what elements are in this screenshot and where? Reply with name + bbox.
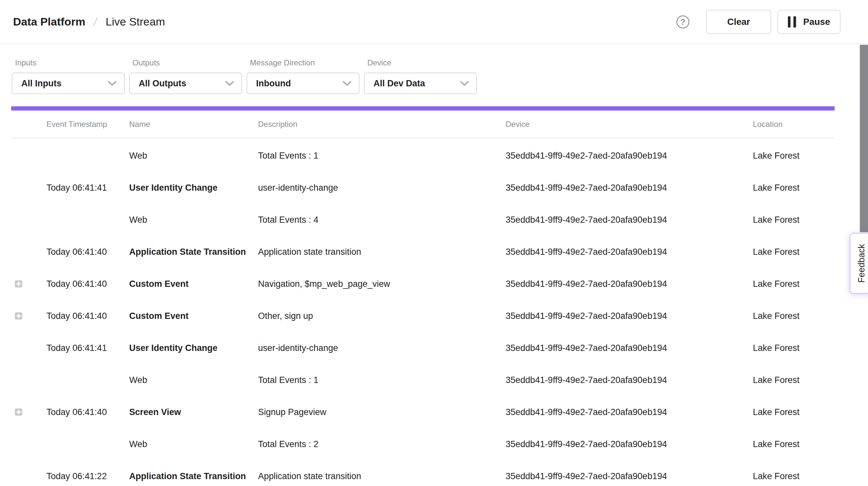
- device-cell: 35eddb41-9ff9-49e2-7aed-20afa90eb194: [506, 311, 667, 321]
- accent-divider: [11, 106, 835, 111]
- description-cell: user-identity-change: [258, 343, 338, 353]
- table-row[interactable]: Today 06:41:40 Application State Transit…: [0, 236, 868, 268]
- event-timestamp-cell: Today 06:41:41: [46, 343, 107, 353]
- expand-icon[interactable]: [15, 312, 22, 320]
- device-dropdown-value: All Dev Data: [373, 79, 425, 89]
- column-header-device: Device: [506, 120, 529, 129]
- event-timestamp-cell: Today 06:41:40: [46, 311, 107, 321]
- event-name-cell: Web: [129, 439, 147, 449]
- breadcrumb-live-stream: Live Stream: [106, 16, 165, 28]
- breadcrumb: Data Platform / Live Stream: [13, 15, 165, 29]
- device-cell: 35eddb41-9ff9-49e2-7aed-20afa90eb194: [506, 439, 667, 449]
- event-name-cell: Application State Transition: [129, 471, 246, 481]
- inputs-dropdown-value: All Inputs: [21, 79, 61, 89]
- feedback-tab[interactable]: Feedback: [850, 233, 868, 294]
- location-cell: Lake Forest: [753, 311, 800, 321]
- event-timestamp-cell: Today 06:41:40: [46, 247, 107, 257]
- device-cell: 35eddb41-9ff9-49e2-7aed-20afa90eb194: [506, 471, 667, 481]
- event-timestamp-cell: Today 06:41:40: [46, 407, 107, 417]
- inputs-dropdown[interactable]: All Inputs: [12, 72, 125, 94]
- location-cell: Lake Forest: [753, 247, 800, 257]
- location-cell: Lake Forest: [753, 279, 800, 289]
- event-timestamp-cell: Today 06:41:40: [46, 279, 107, 289]
- table-row[interactable]: Web Total Events : 2 35eddb41-9ff9-49e2-…: [0, 428, 868, 460]
- pause-button[interactable]: Pause: [777, 10, 840, 34]
- table-row[interactable]: Today 06:41:40 Screen View Signup Pagevi…: [0, 396, 868, 428]
- clear-button[interactable]: Clear: [706, 10, 771, 34]
- filter-outputs: Outputs All Outputs: [129, 58, 242, 94]
- event-name-cell: Screen View: [129, 407, 181, 417]
- description-cell: Signup Pageview: [258, 407, 327, 417]
- location-cell: Lake Forest: [753, 215, 800, 225]
- table-row[interactable]: Today 06:41:40 Custom Event Navigation, …: [0, 268, 868, 300]
- table-row[interactable]: Today 06:41:41 User Identity Change user…: [0, 172, 868, 204]
- table-body: Web Total Events : 1 35eddb41-9ff9-49e2-…: [0, 138, 868, 486]
- table-row[interactable]: Today 06:41:40 Custom Event Other, sign …: [0, 300, 868, 332]
- filter-inputs-label: Inputs: [12, 58, 125, 67]
- event-timestamp-cell: Today 06:41:41: [46, 183, 107, 193]
- filter-message-direction: Message Direction Inbound: [247, 58, 360, 94]
- topbar-actions: ? Clear Pause: [676, 10, 840, 34]
- description-cell: Navigation, $mp_web_page_view: [258, 279, 390, 289]
- filter-device: Device All Dev Data: [364, 58, 477, 94]
- device-cell: 35eddb41-9ff9-49e2-7aed-20afa90eb194: [506, 407, 667, 417]
- table-row[interactable]: Today 06:41:41 User Identity Change user…: [0, 332, 868, 364]
- chevron-down-icon: [460, 81, 469, 86]
- event-name-cell: Web: [129, 375, 147, 385]
- chevron-down-icon: [107, 81, 117, 86]
- location-cell: Lake Forest: [753, 407, 800, 417]
- event-name-cell: User Identity Change: [129, 343, 217, 353]
- message-direction-dropdown[interactable]: Inbound: [247, 72, 360, 94]
- device-cell: 35eddb41-9ff9-49e2-7aed-20afa90eb194: [506, 183, 667, 193]
- message-direction-dropdown-value: Inbound: [256, 79, 291, 89]
- filter-outputs-label: Outputs: [129, 58, 242, 67]
- column-header-event-timestamp: Event Timestamp: [46, 120, 107, 129]
- device-cell: 35eddb41-9ff9-49e2-7aed-20afa90eb194: [506, 375, 667, 385]
- breadcrumb-data-platform[interactable]: Data Platform: [13, 16, 85, 28]
- column-header-name: Name: [129, 120, 150, 129]
- table-row[interactable]: Web Total Events : 4 35eddb41-9ff9-49e2-…: [0, 204, 868, 236]
- pause-icon: [788, 17, 796, 28]
- description-cell: user-identity-change: [258, 183, 338, 193]
- table-row[interactable]: Web Total Events : 1 35eddb41-9ff9-49e2-…: [0, 140, 868, 172]
- description-cell: Total Events : 4: [258, 215, 318, 225]
- location-cell: Lake Forest: [753, 151, 800, 161]
- event-name-cell: Application State Transition: [129, 247, 246, 257]
- device-cell: 35eddb41-9ff9-49e2-7aed-20afa90eb194: [506, 343, 667, 353]
- top-bar: Data Platform / Live Stream ? Clear Paus…: [0, 0, 868, 44]
- filter-device-label: Device: [364, 58, 477, 67]
- event-name-cell: Custom Event: [129, 311, 189, 321]
- location-cell: Lake Forest: [753, 471, 800, 481]
- device-cell: 35eddb41-9ff9-49e2-7aed-20afa90eb194: [506, 215, 667, 225]
- device-cell: 35eddb41-9ff9-49e2-7aed-20afa90eb194: [506, 279, 667, 289]
- description-cell: Application state transition: [258, 247, 361, 257]
- outputs-dropdown[interactable]: All Outputs: [129, 72, 242, 94]
- chevron-down-icon: [225, 81, 234, 86]
- event-name-cell: Web: [129, 151, 147, 161]
- expand-icon[interactable]: [15, 408, 22, 416]
- pause-button-label: Pause: [803, 17, 830, 27]
- event-timestamp-cell: Today 06:41:22: [46, 471, 107, 481]
- description-cell: Total Events : 1: [258, 375, 318, 385]
- breadcrumb-separator: /: [93, 15, 98, 29]
- location-cell: Lake Forest: [753, 375, 800, 385]
- table-header-row: Event Timestamp Name Description Device …: [0, 111, 868, 138]
- table-row[interactable]: Today 06:41:22 Application State Transit…: [0, 460, 868, 486]
- device-cell: 35eddb41-9ff9-49e2-7aed-20afa90eb194: [506, 247, 667, 257]
- table-row[interactable]: Web Total Events : 1 35eddb41-9ff9-49e2-…: [0, 364, 868, 396]
- expand-icon[interactable]: [15, 280, 22, 287]
- column-header-description: Description: [258, 120, 297, 129]
- location-cell: Lake Forest: [753, 183, 800, 193]
- outputs-dropdown-value: All Outputs: [139, 79, 186, 89]
- help-icon[interactable]: ?: [676, 16, 689, 28]
- vertical-scrollbar-thumb[interactable]: [860, 45, 868, 232]
- event-name-cell: Custom Event: [129, 279, 189, 289]
- feedback-tab-label: Feedback: [855, 244, 867, 283]
- device-cell: 35eddb41-9ff9-49e2-7aed-20afa90eb194: [506, 151, 667, 161]
- location-cell: Lake Forest: [753, 343, 800, 353]
- device-dropdown[interactable]: All Dev Data: [364, 72, 477, 94]
- live-stream-table: Event Timestamp Name Description Device …: [0, 111, 868, 486]
- column-header-location: Location: [753, 120, 783, 129]
- filter-message-direction-label: Message Direction: [247, 58, 360, 67]
- live-stream-page: Data Platform / Live Stream ? Clear Paus…: [0, 0, 868, 486]
